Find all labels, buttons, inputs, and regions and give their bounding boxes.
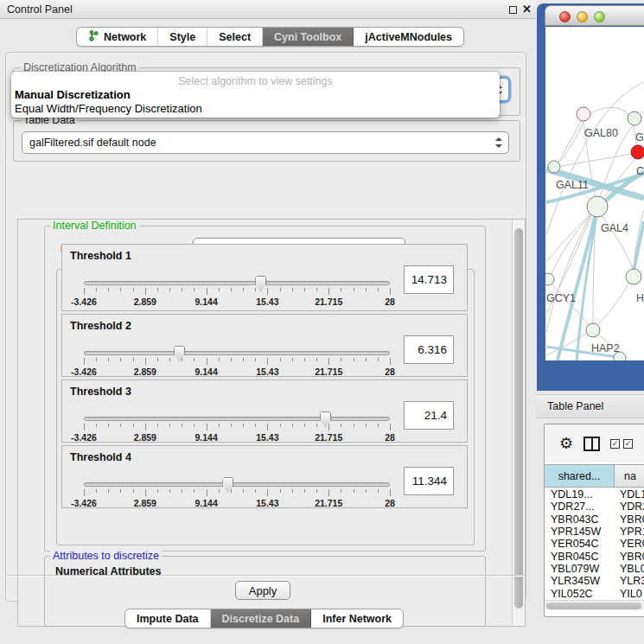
attributes-group-label: Attributes to discretize [50,551,162,562]
tick-label: 15.43 [256,296,278,307]
tab-label: Impute Data [137,613,199,625]
threshold-slider-track[interactable] [84,417,390,421]
tick-label: 21.715 [315,367,342,377]
minimize-traffic-light-icon[interactable] [577,11,588,22]
cell-shared-name: YBR043C [545,513,615,526]
vertical-scrollbar[interactable] [512,220,525,626]
close-traffic-light-icon[interactable] [559,11,571,22]
table-data-combo[interactable]: galFiltered.sif default node [22,131,509,154]
tab-jactivemnodules[interactable]: jActiveMNodules [354,28,463,46]
tab-label: Infer Network [322,613,392,625]
cell-shared-name: YBL079W [545,563,615,575]
network-node-gal11[interactable] [548,161,560,173]
table-row[interactable]: YBR043CYBR0 [545,513,644,526]
network-node-c[interactable] [631,145,644,159]
network-node[interactable] [614,352,626,360]
column-header-shared[interactable]: shared... [545,465,615,487]
tab-cyni-toolbox[interactable]: Cyni Toolbox [263,28,354,46]
table-row[interactable]: YBR045CYBR0 [545,550,644,562]
network-node-hap2[interactable] [586,323,600,337]
tick-label: 9.144 [194,432,217,443]
table-panel-title: Table Panel [547,400,603,412]
network-node-label: GCY1 [546,292,576,304]
cell-name: YLR3 [615,575,644,587]
tick-label: -3.426 [71,432,97,443]
cell-shared-name: YIL052C [545,588,615,600]
column-header-name[interactable]: na [615,465,644,487]
threshold-slider-track[interactable] [84,482,390,487]
cell-name: YIL0 [615,588,644,600]
threshold-panel: Threshold 1-3.4262.8599.14415.4321.71528… [61,244,468,311]
apply-row: Apply [7,575,525,601]
float-window-icon[interactable] [509,6,517,14]
tick-label: 9.144 [194,296,217,307]
cell-shared-name: YDR27... [545,501,615,513]
cell-shared-name: YDL19... [545,488,615,501]
network-node-label: GA [635,131,644,143]
cell-name: YBR0 [615,513,644,526]
table-panel: ⚙ ✓ ✓ shared... na YDL19...YDL1YDR27...Y… [544,424,644,617]
table-row[interactable]: YIL052CYIL0 [545,587,644,599]
tick-label: 2.859 [134,498,156,508]
threshold-slider-track[interactable] [84,351,390,355]
apply-button[interactable]: Apply [235,581,290,600]
tab-label: jActiveMNodules [365,31,452,43]
tab-select[interactable]: Select [207,28,263,46]
cell-name: YBL0 [615,563,644,575]
network-edge [590,107,628,114]
split-columns-icon[interactable] [583,437,600,451]
network-node[interactable] [577,107,590,121]
horizontal-scrollbar-thumb[interactable] [546,603,641,609]
tab-network[interactable]: Network [77,28,158,46]
table-row[interactable]: YDR27...YDR2 [545,501,644,513]
tab-style[interactable]: Style [158,28,207,46]
tick-label: 2.859 [134,296,156,307]
threshold-slider-track[interactable] [84,281,390,285]
threshold-value-field[interactable]: 21.4 [404,401,454,430]
threshold-value-field[interactable]: 6.316 [404,335,454,364]
threshold-label: Threshold 3 [70,386,131,398]
network-node-gcy1[interactable] [545,273,554,285]
table-data-value: galFiltered.sif default node [29,137,156,149]
checkbox-checked-icon[interactable]: ✓ [610,439,620,449]
threshold-value-field[interactable]: 11.344 [404,467,454,495]
tab-impute-data[interactable]: Impute Data [125,609,211,628]
combo-stepper-icon[interactable] [495,137,502,148]
tab-infer-network[interactable]: Infer Network [311,609,403,628]
gear-icon[interactable]: ⚙ [559,436,573,451]
zoom-traffic-light-icon[interactable] [594,11,605,22]
interval-definition-label: Interval Definition [50,220,139,232]
network-canvas[interactable]: GAL80GACGAL11GAL4GCY1HHAP2 [545,27,644,360]
table-header-row: shared... na [545,464,644,488]
close-icon[interactable]: ✕ [522,3,532,16]
table-row[interactable]: YDL19...YDL1 [545,488,644,501]
network-node-gal4[interactable] [587,196,608,217]
vertical-scrollbar-thumb[interactable] [514,228,523,609]
tick-label: 21.715 [315,432,342,443]
table-row[interactable]: YBL079WYBL0 [545,563,644,575]
dropdown-option[interactable]: Equal Width/Frequency Discretization [15,102,202,115]
network-window-titlebar[interactable] [545,5,644,26]
horizontal-scrollbar[interactable] [545,600,644,610]
slider-tick-labels: -3.4262.8599.14415.4321.71528 [84,367,390,376]
cell-shared-name: YLR345W [545,575,615,587]
dropdown-option[interactable]: Manual Discretization [15,88,131,101]
slider-tick-labels: -3.4262.8599.14415.4321.71528 [84,296,390,306]
network-edge [560,121,583,162]
tick-label: 28 [385,367,395,377]
cell-name: YPR1 [615,526,644,538]
algorithm-dropdown: Select algorithm to view settings Manual… [11,72,500,118]
tab-discretize-data[interactable]: Discretize Data [211,609,312,628]
tick-label: 15.43 [256,367,278,377]
tab-label: Select [219,31,251,43]
checkbox-checked-icon[interactable]: ✓ [623,439,633,449]
network-node-ga[interactable] [628,112,641,125]
table-row[interactable]: YPR145WYPR1 [545,526,644,538]
dropdown-hint: Select algorithm to view settings [11,75,500,87]
threshold-value-field[interactable]: 14.713 [404,265,454,294]
table-row[interactable]: YLR345WYLR3 [545,575,644,587]
table-row[interactable]: YER054CYER0 [545,538,644,550]
network-node-h[interactable] [626,269,641,284]
tick-label: -3.426 [71,498,97,508]
threshold-panel: Threshold 3-3.4262.8599.14415.4321.71528… [61,379,468,443]
